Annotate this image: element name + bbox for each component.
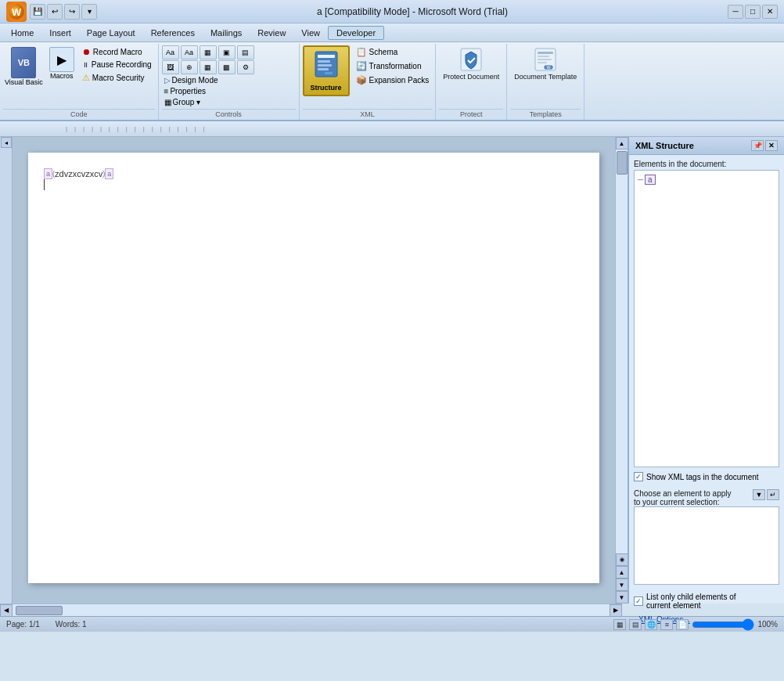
scroll-thumb[interactable] xyxy=(617,151,628,175)
protect-document-button[interactable]: Protect Document xyxy=(439,45,503,83)
child-only-row[interactable]: ✓ List only child elements ofcurrent ele… xyxy=(634,593,736,610)
child-only-checkbox[interactable]: ✓ xyxy=(634,596,643,606)
title-bar-left: W 💾 ↩ ↪ ▾ xyxy=(6,2,97,22)
close-button[interactable]: ✕ xyxy=(762,5,778,19)
menu-developer[interactable]: Developer xyxy=(328,26,384,40)
hscroll-right-button[interactable]: ▶ xyxy=(610,604,622,617)
controls-row1: Aa Aa ▦ ▣ ▤ xyxy=(162,45,254,59)
ctrl-btn-7[interactable]: ⊕ xyxy=(181,60,198,74)
restore-button[interactable]: □ xyxy=(745,5,761,19)
menu-review[interactable]: Review xyxy=(250,27,293,39)
transformation-icon: 🔄 xyxy=(356,61,367,71)
document-page[interactable]: a ( zdvzxcvzxcv ) a xyxy=(28,153,599,583)
apply-btn-down[interactable]: ▼ xyxy=(753,489,765,500)
quick-access-toolbar: 💾 ↩ ↪ ▾ xyxy=(30,4,97,20)
window-controls[interactable]: ─ □ ✕ xyxy=(728,5,778,19)
tree-node-a[interactable]: a xyxy=(645,175,656,185)
properties-button[interactable]: ≡ Properties xyxy=(162,86,208,96)
document-template-button[interactable]: W Document Template xyxy=(510,45,581,83)
macro-security-button[interactable]: ⚠ Macro Security xyxy=(79,71,155,85)
print-layout-button[interactable]: ▦ xyxy=(613,619,626,630)
scroll-next-page[interactable]: ▼ xyxy=(616,578,628,591)
apply-controls[interactable]: ▼ ↵ xyxy=(753,489,779,500)
outline-button[interactable]: ≡ xyxy=(660,619,673,630)
expansion-packs-button[interactable]: 📦 Expansion Packs xyxy=(353,74,433,87)
hscroll-left-button[interactable]: ◀ xyxy=(0,604,13,617)
zoom-slider[interactable] xyxy=(692,618,754,631)
ctrl-btn-10[interactable]: ⚙ xyxy=(237,60,254,74)
ruler-toggle[interactable]: ◂ xyxy=(1,137,12,148)
ribbon-group-code: VB Visual Basic ▶ Macros ⏺ Record Macro … xyxy=(0,44,159,120)
pause-recording-button[interactable]: ⏸ Pause Recording xyxy=(79,59,155,70)
minimize-button[interactable]: ─ xyxy=(728,5,743,19)
pause-recording-label: Pause Recording xyxy=(92,60,152,69)
warning-icon: ⚠ xyxy=(82,73,90,83)
xml-tree-area[interactable]: ─ a xyxy=(634,170,779,467)
menu-references[interactable]: References xyxy=(143,27,203,39)
panel-close-button[interactable]: ✕ xyxy=(765,140,778,151)
save-icon[interactable]: 💾 xyxy=(30,4,45,20)
child-only-label: List only child elements ofcurrent eleme… xyxy=(646,593,736,610)
ribbon: VB Visual Basic ▶ Macros ⏺ Record Macro … xyxy=(0,42,784,121)
menu-home[interactable]: Home xyxy=(3,27,41,39)
transformation-button[interactable]: 🔄 Transformation xyxy=(353,59,433,73)
dropdown-icon[interactable]: ▾ xyxy=(81,4,97,20)
full-reading-button[interactable]: ▤ xyxy=(629,619,642,630)
panel-pin-button[interactable]: 📌 xyxy=(751,140,764,151)
macros-button[interactable]: ▶ Macros xyxy=(48,45,76,81)
ctrl-btn-2[interactable]: Aa xyxy=(181,45,198,59)
ribbon-group-templates: W Document Template Templates xyxy=(507,44,584,120)
office-logo: W xyxy=(6,2,27,22)
record-macro-label: Record Macro xyxy=(93,48,142,56)
ctrl-btn-5[interactable]: ▤ xyxy=(237,45,254,59)
ctrl-btn-4[interactable]: ▣ xyxy=(218,45,236,59)
design-mode-button[interactable]: ▷ Design Mode xyxy=(162,75,221,85)
code-group-content: VB Visual Basic ▶ Macros ⏺ Record Macro … xyxy=(3,45,155,107)
ribbon-group-controls: Aa Aa ▦ ▣ ▤ 🖼 ⊕ ▦ ▩ ⚙ ▷ Design Mode xyxy=(159,44,300,120)
menu-insert[interactable]: Insert xyxy=(41,27,79,39)
menu-view[interactable]: View xyxy=(293,27,328,39)
doc-text-content[interactable]: zdvzxcvzxcv xyxy=(55,169,102,178)
scroll-prev-page[interactable]: ▲ xyxy=(616,566,628,578)
macro-security-label: Macro Security xyxy=(92,74,145,82)
menu-mailings[interactable]: Mailings xyxy=(203,27,250,39)
scroll-track[interactable] xyxy=(616,150,628,553)
title-bar: W 💾 ↩ ↪ ▾ a [Compatibility Mode] - Micro… xyxy=(0,0,784,23)
web-layout-button[interactable]: 🌐 xyxy=(645,619,657,630)
redo-icon[interactable]: ↪ xyxy=(64,4,80,20)
menu-page-layout[interactable]: Page Layout xyxy=(79,27,143,39)
scroll-down-button[interactable]: ▼ xyxy=(616,591,628,604)
macros-icon: ▶ xyxy=(49,47,74,72)
visual-basic-button[interactable]: VB Visual Basic xyxy=(3,45,45,88)
checkmark: ✓ xyxy=(635,473,642,481)
record-macro-button[interactable]: ⏺ Record Macro xyxy=(79,45,155,58)
ctrl-btn-8[interactable]: ▦ xyxy=(200,60,217,74)
schema-button[interactable]: 📋 Schema xyxy=(353,45,433,59)
draft-button[interactable]: 📄 xyxy=(676,619,689,630)
ruler-scale: | | | | | | | | | | | | | | | | | xyxy=(3,121,781,136)
apply-btn-apply[interactable]: ↵ xyxy=(767,489,779,500)
ribbon-group-protect: Protect Document Protect xyxy=(436,44,507,120)
view-controls[interactable]: ▦ ▤ 🌐 ≡ 📄 100% xyxy=(613,618,778,631)
horizontal-scrollbar[interactable]: ◀ ▶ xyxy=(0,604,622,616)
schema-icon: 📋 xyxy=(356,47,367,57)
xml-panel-header: XML Structure 📌 ✕ xyxy=(629,137,784,155)
structure-button[interactable]: Structure xyxy=(303,45,350,96)
xml-apply-area[interactable] xyxy=(634,506,779,585)
group-button[interactable]: ▦ Group ▾ xyxy=(162,97,203,107)
xml-panel-controls[interactable]: 📌 ✕ xyxy=(751,140,778,151)
hscroll-thumb[interactable] xyxy=(16,606,63,615)
scroll-options[interactable]: ◉ xyxy=(616,553,628,566)
show-tags-checkbox[interactable]: ✓ xyxy=(634,472,643,481)
xml-tree-item: ─ a xyxy=(638,174,775,186)
vertical-scrollbar[interactable]: ▲ ◉ ▲ ▼ ▼ xyxy=(615,137,628,604)
show-tags-row[interactable]: ✓ Show XML tags in the document xyxy=(634,472,779,481)
ctrl-btn-1[interactable]: Aa xyxy=(162,45,179,59)
main-content: ◂ a ( zdvzxcvzxcv ) a ▲ ◉ ▲ ▼ ▼ XML S xyxy=(0,137,784,604)
ctrl-btn-3[interactable]: ▦ xyxy=(200,45,217,59)
hscroll-track[interactable] xyxy=(13,604,610,616)
undo-icon[interactable]: ↩ xyxy=(47,4,63,20)
ctrl-btn-6[interactable]: 🖼 xyxy=(162,60,179,74)
ctrl-btn-9[interactable]: ▩ xyxy=(218,60,236,74)
scroll-up-button[interactable]: ▲ xyxy=(616,137,628,150)
